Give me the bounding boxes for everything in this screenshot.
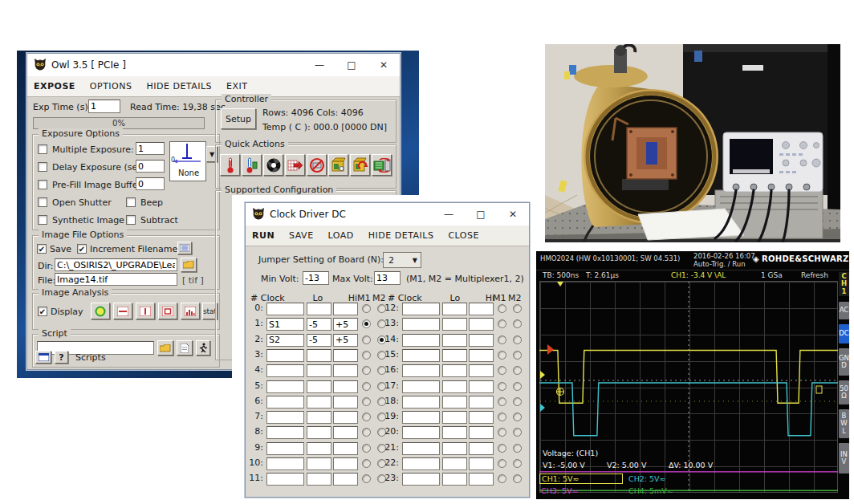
clock-m2-radio[interactable] xyxy=(513,459,522,468)
prefill-checkbox[interactable] xyxy=(38,180,47,189)
synthetic-image-checkbox[interactable] xyxy=(38,215,47,225)
clock-name-input[interactable] xyxy=(266,318,304,331)
clock-titlebar[interactable]: Clock Driver DC — □ ✕ xyxy=(246,203,529,226)
owl-maximize-button[interactable]: □ xyxy=(336,54,368,76)
clock-m1-radio[interactable] xyxy=(498,428,506,437)
clock-m1-radio[interactable] xyxy=(362,444,371,453)
shutter-mode-widget[interactable]: 0 None xyxy=(169,141,206,181)
area-plot-button[interactable] xyxy=(158,303,177,319)
min-volt-input[interactable] xyxy=(303,271,329,285)
readout-button[interactable] xyxy=(285,154,305,176)
clock-name-input[interactable] xyxy=(402,426,440,439)
owl-close-button[interactable]: ✕ xyxy=(368,54,400,76)
owl-titlebar[interactable]: Owl 3.5 [ PCIe ] — □ ✕ xyxy=(27,54,400,77)
ch2-label[interactable]: CH2: 5V≂ xyxy=(628,474,666,483)
clock-m2-radio[interactable] xyxy=(513,304,522,313)
clock-hi-input[interactable] xyxy=(469,334,494,347)
clock-hi-input[interactable] xyxy=(333,457,358,470)
clock-m2-radio[interactable] xyxy=(513,351,522,360)
increment-filename-checkbox[interactable] xyxy=(77,244,87,254)
open-shutter-checkbox[interactable] xyxy=(38,197,47,207)
clock-name-input[interactable] xyxy=(266,411,304,424)
clock-hi-input[interactable] xyxy=(333,334,358,347)
row-plot-button[interactable] xyxy=(113,303,132,319)
clock-menu-load[interactable]: LOAD xyxy=(328,230,354,241)
clock-m2-radio[interactable] xyxy=(513,382,522,391)
scope-softkey-ac[interactable]: AC xyxy=(839,302,849,319)
ch1-label[interactable]: CH1: 5V≂ xyxy=(539,474,623,484)
clock-lo-input[interactable] xyxy=(442,396,467,408)
clock-m1-radio[interactable] xyxy=(498,459,506,468)
clock-m1-radio[interactable] xyxy=(498,474,506,483)
clock-hi-input[interactable] xyxy=(469,411,494,424)
scope-softkey-ch1[interactable]: CH1 xyxy=(839,272,849,296)
clock-lo-input[interactable] xyxy=(307,396,331,408)
clock-name-input[interactable] xyxy=(266,457,304,470)
clock-lo-input[interactable] xyxy=(307,303,331,315)
clock-m1-radio[interactable] xyxy=(362,397,371,406)
delay-exposure-input[interactable] xyxy=(136,160,165,173)
exp-time-input[interactable] xyxy=(88,100,120,113)
clock-name-input[interactable] xyxy=(266,380,304,393)
dir-browse-button[interactable] xyxy=(181,258,197,272)
clock-m1-radio[interactable] xyxy=(362,413,371,421)
clock-m1-radio[interactable] xyxy=(498,304,506,313)
clock-maximize-button[interactable]: □ xyxy=(465,203,497,226)
clock-hi-input[interactable] xyxy=(469,473,494,486)
clock-menu-run[interactable]: RUN xyxy=(252,230,274,241)
prefill-input[interactable] xyxy=(136,177,165,190)
clock-lo-input[interactable] xyxy=(307,334,331,347)
clock-m1-radio[interactable] xyxy=(362,304,371,313)
temperature-control-button[interactable] xyxy=(242,154,262,176)
clock-lo-input[interactable] xyxy=(307,411,331,424)
clock-name-input[interactable] xyxy=(402,349,440,362)
ch3-label[interactable]: CH3: 5V≂ xyxy=(541,486,579,495)
clock-lo-input[interactable] xyxy=(307,349,331,362)
script-run-button[interactable] xyxy=(196,340,210,356)
clock-m2-radio[interactable] xyxy=(513,474,522,483)
clock-hi-input[interactable] xyxy=(333,396,358,408)
clock-lo-input[interactable] xyxy=(307,426,331,439)
clock-name-input[interactable] xyxy=(402,364,440,377)
scope-softkey-gnd[interactable]: GND xyxy=(839,348,849,376)
owl-menu-exit[interactable]: EXIT xyxy=(226,81,247,91)
clock-hi-input[interactable] xyxy=(469,457,494,470)
column-plot-button[interactable] xyxy=(136,303,155,319)
delay-exposure-checkbox[interactable] xyxy=(38,162,47,172)
clock-hi-input[interactable] xyxy=(333,380,358,393)
owl-menu-hide-details[interactable]: HIDE DETAILS xyxy=(146,81,212,91)
owl-menu-options[interactable]: OPTIONS xyxy=(90,81,132,91)
pcie-disable-button[interactable] xyxy=(307,154,327,176)
clock-name-input[interactable] xyxy=(402,396,440,408)
clock-m1-radio[interactable] xyxy=(362,382,371,391)
clock-m1-radio[interactable] xyxy=(498,444,506,453)
clock-menu-hide-details[interactable]: HIDE DETAILS xyxy=(368,230,434,241)
clock-lo-input[interactable] xyxy=(442,411,467,424)
clock-name-input[interactable] xyxy=(266,364,304,377)
clock-hi-input[interactable] xyxy=(469,318,494,331)
clock-hi-input[interactable] xyxy=(333,473,358,486)
clock-minimize-button[interactable]: — xyxy=(433,203,465,226)
clock-lo-input[interactable] xyxy=(442,426,467,439)
scripts-window-button[interactable] xyxy=(35,351,51,364)
aperture-display-button[interactable] xyxy=(91,303,110,319)
clock-name-input[interactable] xyxy=(402,334,440,347)
clock-m1-radio[interactable] xyxy=(498,335,506,344)
clock-m1-radio[interactable] xyxy=(362,459,371,468)
scope-softkey-inv[interactable]: INV xyxy=(839,443,849,474)
setup-button[interactable]: Setup xyxy=(221,108,256,129)
script-browse-button[interactable] xyxy=(157,340,173,356)
clock-hi-input[interactable] xyxy=(469,303,494,315)
script-edit-button[interactable] xyxy=(177,340,193,356)
temperature-button[interactable] xyxy=(220,154,240,176)
file-input[interactable] xyxy=(55,273,177,286)
clock-hi-input[interactable] xyxy=(333,426,358,439)
clock-name-input[interactable] xyxy=(266,396,304,408)
clock-m2-radio[interactable] xyxy=(513,428,522,437)
scope-softkey-50ohm[interactable]: 50Ω xyxy=(839,380,849,404)
jumper-setting-select[interactable]: 2 ▼ xyxy=(383,252,421,268)
clock-name-input[interactable] xyxy=(266,442,304,455)
clock-m1-radio[interactable] xyxy=(498,366,506,375)
clock-m1-radio[interactable] xyxy=(362,474,371,483)
scripts-help-button[interactable]: ? xyxy=(55,351,68,364)
